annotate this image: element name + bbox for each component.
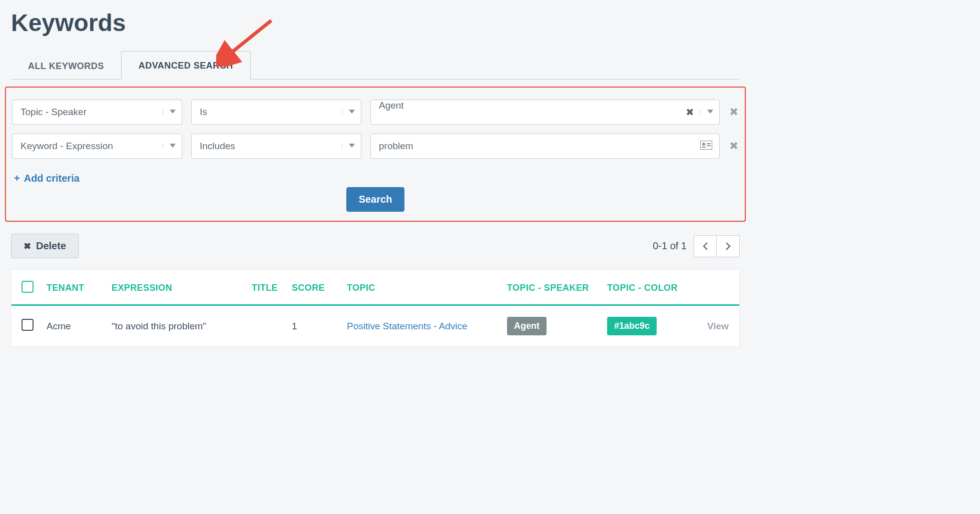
criteria-value-label: Agent (371, 100, 680, 124)
table-row: Acme "to avoid this problem" 1 Positive … (12, 306, 739, 346)
tabs: ALL KEYWORDS ADVANCED SEARCH (11, 51, 740, 80)
chevron-down-icon[interactable] (700, 110, 719, 115)
remove-criteria-icon[interactable]: ✖ (729, 106, 739, 119)
pagination: 0-1 of 1 (653, 235, 740, 257)
color-badge: #1abc9c (607, 317, 657, 335)
svg-rect-10 (702, 147, 706, 148)
svg-rect-9 (707, 145, 711, 146)
svg-marker-2 (349, 110, 355, 114)
criteria-field-select[interactable]: Topic - Speaker (12, 100, 182, 125)
results-table: TENANT EXPRESSION TITLE SCORE TOPIC TOPI… (11, 269, 740, 347)
add-criteria-label: Add criteria (24, 173, 80, 184)
criteria-operator-label: Is (192, 107, 342, 118)
chevron-down-icon[interactable] (342, 110, 361, 115)
delete-button[interactable]: ✖ Delete (11, 234, 79, 258)
next-page-button[interactable] (717, 235, 740, 257)
view-link[interactable]: View (707, 321, 729, 331)
svg-marker-4 (170, 144, 176, 148)
chevron-left-icon (702, 242, 708, 250)
search-button[interactable]: Search (346, 187, 405, 212)
criteria-row: Topic - Speaker Is Agent ✖ ✖ (12, 100, 739, 125)
select-all-checkbox[interactable] (22, 281, 34, 293)
svg-rect-8 (707, 143, 711, 144)
col-speaker[interactable]: TOPIC - SPEAKER (507, 283, 607, 293)
add-criteria-button[interactable]: + Add criteria (14, 173, 80, 184)
cell-score: 1 (292, 321, 347, 332)
cell-tenant: Acme (47, 321, 112, 332)
pagination-count: 0-1 of 1 (653, 240, 687, 252)
criteria-operator-select[interactable]: Includes (191, 134, 361, 159)
close-icon: ✖ (24, 241, 31, 252)
svg-marker-3 (707, 110, 713, 114)
speaker-badge: Agent (507, 317, 547, 335)
tab-advanced-search[interactable]: ADVANCED SEARCH (121, 51, 251, 80)
card-icon[interactable] (693, 141, 719, 152)
col-expression[interactable]: EXPRESSION (112, 283, 252, 293)
col-topic[interactable]: TOPIC (347, 283, 507, 293)
chevron-down-icon[interactable] (342, 144, 361, 149)
col-tenant[interactable]: TENANT (47, 283, 112, 293)
criteria-value-select[interactable]: Agent ✖ (370, 100, 720, 125)
col-score[interactable]: SCORE (292, 283, 347, 293)
cell-expression: "to avoid this problem" (112, 321, 252, 332)
svg-marker-1 (170, 110, 176, 114)
chevron-down-icon[interactable] (163, 144, 182, 149)
remove-criteria-icon[interactable]: ✖ (729, 140, 739, 153)
criteria-field-label: Keyword - Expression (13, 141, 163, 152)
table-header: TENANT EXPRESSION TITLE SCORE TOPIC TOPI… (12, 270, 739, 306)
prev-page-button[interactable] (694, 235, 717, 257)
row-checkbox[interactable] (22, 319, 34, 331)
criteria-row: Keyword - Expression Includes (12, 134, 739, 159)
cell-topic-link[interactable]: Positive Statements - Advice (347, 321, 467, 331)
plus-icon: + (14, 173, 20, 184)
criteria-field-select[interactable]: Keyword - Expression (12, 134, 182, 159)
svg-marker-5 (349, 144, 355, 148)
criteria-operator-select[interactable]: Is (191, 100, 361, 125)
criteria-value-input[interactable] (370, 134, 720, 159)
col-title[interactable]: TITLE (252, 283, 292, 293)
criteria-value-field[interactable] (371, 134, 693, 158)
advanced-search-panel: Topic - Speaker Is Agent ✖ ✖ (5, 87, 746, 222)
criteria-field-label: Topic - Speaker (13, 107, 163, 118)
chevron-right-icon (725, 242, 731, 250)
chevron-down-icon[interactable] (163, 110, 182, 115)
col-color[interactable]: TOPIC - COLOR (607, 283, 707, 293)
criteria-operator-label: Includes (192, 141, 342, 152)
delete-button-label: Delete (36, 240, 66, 252)
clear-icon[interactable]: ✖ (680, 106, 700, 118)
page-title: Keywords (11, 9, 751, 37)
tab-all-keywords[interactable]: ALL KEYWORDS (11, 52, 121, 80)
svg-point-7 (702, 143, 705, 146)
